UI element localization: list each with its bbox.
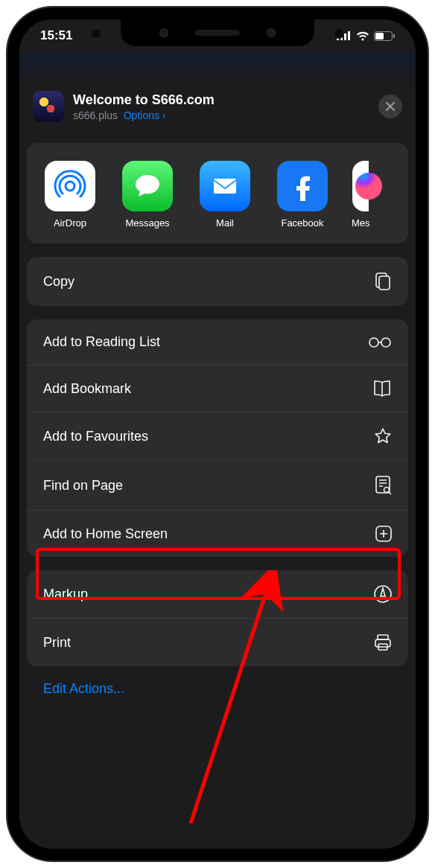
share-label: AirDrop xyxy=(54,217,86,229)
action-label: Markup xyxy=(43,587,88,602)
glasses-icon xyxy=(368,336,392,348)
svg-rect-13 xyxy=(376,476,390,493)
action-label: Add to Reading List xyxy=(43,334,160,350)
action-label: Add to Favourites xyxy=(43,429,148,444)
notch xyxy=(121,19,314,46)
airdrop-icon xyxy=(45,161,95,211)
svg-point-9 xyxy=(355,173,382,200)
share-target-messages[interactable]: Messages xyxy=(119,161,176,229)
share-targets-row[interactable]: AirDrop Messages Mail xyxy=(27,143,408,243)
facebook-icon xyxy=(277,161,328,211)
svg-point-7 xyxy=(66,182,74,191)
action-find[interactable]: Find on Page xyxy=(27,461,408,511)
share-label: Messages xyxy=(125,217,169,229)
site-favicon xyxy=(33,91,64,122)
chevron-right-icon: › xyxy=(162,109,166,121)
action-reading-list[interactable]: Add to Reading List xyxy=(27,319,408,366)
svg-rect-8 xyxy=(214,179,236,194)
star-icon xyxy=(374,427,392,445)
edit-actions-label: Edit Actions... xyxy=(43,681,124,696)
share-label: Mail xyxy=(216,217,234,229)
svg-rect-6 xyxy=(393,34,395,38)
book-icon xyxy=(372,380,392,397)
wifi-icon xyxy=(356,31,369,41)
mail-icon xyxy=(200,161,250,211)
svg-point-12 xyxy=(381,338,390,347)
find-icon xyxy=(375,476,392,495)
print-icon xyxy=(374,634,392,651)
share-label: Mes xyxy=(352,217,370,229)
messenger-icon xyxy=(352,161,369,211)
svg-rect-18 xyxy=(375,639,390,647)
markup-icon xyxy=(374,585,392,603)
action-label: Add Bookmark xyxy=(43,381,131,397)
messages-icon xyxy=(122,161,173,211)
phone-frame: 15:51 Welcome to S666.com s666.plus Opti… xyxy=(7,7,428,861)
background-page xyxy=(19,52,416,82)
svg-rect-10 xyxy=(379,276,390,290)
page-domain: s666.plus xyxy=(73,109,118,121)
svg-rect-17 xyxy=(378,635,388,639)
svg-rect-2 xyxy=(344,33,346,40)
svg-rect-5 xyxy=(375,33,384,39)
battery-icon xyxy=(374,31,395,41)
action-label: Print xyxy=(43,635,71,651)
sheet-header: Welcome to S666.com s666.plus Options › xyxy=(19,79,416,134)
close-button[interactable] xyxy=(378,95,402,118)
share-target-messenger[interactable]: Mes xyxy=(352,161,370,229)
screen: 15:51 Welcome to S666.com s666.plus Opti… xyxy=(19,19,416,849)
copy-icon xyxy=(374,272,392,291)
svg-point-14 xyxy=(384,488,390,493)
header-text: Welcome to S666.com s666.plus Options › xyxy=(73,92,369,121)
svg-rect-3 xyxy=(348,31,350,40)
share-target-airdrop[interactable]: AirDrop xyxy=(42,161,98,229)
action-home-screen[interactable]: Add to Home Screen xyxy=(27,511,408,557)
action-group-copy: Copy xyxy=(27,257,408,306)
action-label: Copy xyxy=(43,274,74,290)
action-group-main: Add to Reading List Add Bookmark Add to … xyxy=(27,319,408,557)
share-sheet: Welcome to S666.com s666.plus Options › … xyxy=(19,79,416,849)
action-markup[interactable]: Markup xyxy=(27,570,408,619)
action-bookmark[interactable]: Add Bookmark xyxy=(27,366,408,412)
options-link[interactable]: Options › xyxy=(124,109,166,121)
action-copy[interactable]: Copy xyxy=(27,257,408,306)
status-time: 15:51 xyxy=(40,28,72,43)
edit-actions-link[interactable]: Edit Actions... xyxy=(27,666,408,712)
page-subtitle: s666.plus Options › xyxy=(73,109,369,121)
status-indicators xyxy=(337,31,395,41)
svg-point-11 xyxy=(369,338,378,347)
action-print[interactable]: Print xyxy=(27,619,408,666)
action-label: Find on Page xyxy=(43,478,123,494)
action-favourites[interactable]: Add to Favourites xyxy=(27,412,408,461)
page-title: Welcome to S666.com xyxy=(73,92,369,108)
action-label: Add to Home Screen xyxy=(43,526,168,542)
plus-square-icon xyxy=(375,526,392,542)
action-group-tools: Markup Print xyxy=(27,570,408,666)
share-label: Facebook xyxy=(281,217,323,229)
close-icon xyxy=(386,102,395,111)
share-target-facebook[interactable]: Facebook xyxy=(274,161,331,229)
share-target-mail[interactable]: Mail xyxy=(197,161,253,229)
